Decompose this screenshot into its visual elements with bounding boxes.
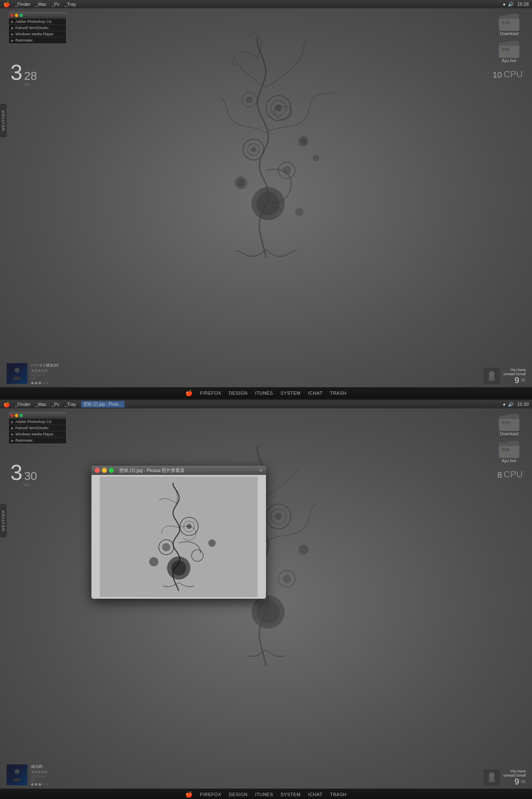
- widget-minimize1[interactable]: [15, 14, 18, 17]
- menubar-tray1[interactable]: _Tray: [64, 2, 76, 7]
- desktop-icon-download1[interactable]: Download: [495, 12, 524, 36]
- svg-rect-2: [502, 48, 505, 51]
- album-art-image2: [7, 765, 27, 785]
- music-title1: ハツコイ彼女(Hi: [31, 363, 89, 368]
- widget-item-fairsoft1[interactable]: ▶ Fairsoft WordStudio.: [9, 25, 66, 31]
- album-art2: [6, 764, 28, 786]
- widget-item-photoshop2[interactable]: ▶ Adobe Photoshop CS.: [9, 419, 66, 425]
- volume-icon2[interactable]: 🔊: [508, 402, 514, 407]
- menubar-pc2[interactable]: _Pc: [52, 402, 59, 407]
- music-dot1[interactable]: [31, 382, 34, 384]
- volume-icon1[interactable]: 🔊: [508, 2, 514, 7]
- dock-ichat2[interactable]: iChat: [308, 792, 323, 797]
- svg-point-31: [275, 513, 282, 520]
- dock-firefox2[interactable]: Firefox: [200, 792, 221, 797]
- widget-maximize2[interactable]: [20, 414, 23, 417]
- music-dot5[interactable]: [46, 382, 49, 384]
- gmail-envelope-icon2: ✉: [521, 778, 526, 785]
- menubar-pc1[interactable]: _Pc: [52, 2, 59, 7]
- picasa-tab-indicator[interactable]: 壁紙 (2).jpg - Picas...: [81, 401, 125, 408]
- clock-hour1: 3: [10, 61, 22, 83]
- music-dot9[interactable]: [42, 783, 45, 786]
- notification-area1: ● 🔊: [503, 2, 514, 7]
- dock-trash2[interactable]: Trash: [330, 792, 347, 797]
- menubar-mac2[interactable]: _Mac: [35, 402, 47, 407]
- widget-item-fairsoft2[interactable]: ▶ Fairsoft WordStudio.: [9, 425, 66, 431]
- download-icon-label1: Download: [500, 32, 518, 36]
- dock-apple1[interactable]: 🍎: [185, 390, 192, 396]
- music-dot8[interactable]: [39, 783, 41, 786]
- svg-rect-1: [506, 21, 509, 24]
- ayulive-icon-label2: Ayu live: [502, 459, 517, 463]
- widget-text-fairsoft1: Fairsoft WordStudio.: [15, 26, 49, 30]
- dock-design2[interactable]: Design: [229, 792, 247, 797]
- folder-icon-ayulive2: [498, 440, 520, 458]
- music-player2: 録与四 発売未発売 01:15/04:15 8音: [6, 764, 89, 786]
- widget-maximize1[interactable]: [20, 14, 23, 17]
- gmail-text2: You have unread Gmail 9 ✉: [503, 769, 526, 786]
- gmail-envelope-icon1: ✉: [521, 377, 526, 384]
- dock-system1[interactable]: System: [281, 391, 300, 396]
- weather-tab2[interactable]: WEATHER: [0, 504, 7, 537]
- music-dot3[interactable]: [39, 382, 41, 384]
- apple-menu2[interactable]: 🍎: [3, 401, 10, 408]
- dock-itunes2[interactable]: iTunes: [255, 792, 273, 797]
- widget-arrow2: ▶: [11, 26, 14, 30]
- music-dot7[interactable]: [35, 783, 37, 786]
- widget-arrow7: ▶: [11, 433, 14, 436]
- desktop-icon-ayulive2[interactable]: Ayu live: [495, 440, 524, 463]
- dock-design1[interactable]: Design: [229, 391, 247, 396]
- widget-close1[interactable]: [10, 14, 14, 17]
- dock-ichat1[interactable]: iChat: [308, 391, 323, 396]
- widget-arrow4: ▶: [11, 39, 14, 42]
- apple-menu1[interactable]: 🍎: [3, 1, 10, 7]
- clock-widget1: 3 28 PM: [10, 61, 37, 87]
- music-dot6[interactable]: [31, 783, 34, 786]
- dock-system2[interactable]: System: [281, 792, 300, 797]
- svg-point-39: [298, 545, 308, 555]
- picasa-minimize-btn[interactable]: [102, 468, 107, 473]
- widget-minimize2[interactable]: [15, 414, 18, 417]
- widget-item-wmplayer1[interactable]: ▶ Windows Media Player.: [9, 31, 66, 37]
- clock-hour2: 3: [10, 462, 22, 483]
- menubar-finder1[interactable]: _Finder: [15, 2, 30, 7]
- music-dot10[interactable]: [46, 783, 49, 786]
- widget-item-rainmeter1[interactable]: ▶ Rainmeter.: [9, 37, 66, 44]
- cpu-number2: 8: [497, 471, 502, 479]
- dock-apple2[interactable]: 🍎: [185, 791, 192, 798]
- gmail-unread-text1: You have: [503, 368, 526, 372]
- dock-firefox1[interactable]: Firefox: [200, 391, 221, 396]
- weather-tab1[interactable]: WEATHER: [0, 104, 7, 137]
- desktop-icon-ayulive1[interactable]: Ayu live: [495, 39, 524, 63]
- picasa-maximize-btn[interactable]: [109, 468, 114, 473]
- music-artist1: 発売未発売: [31, 369, 89, 373]
- folder-icon-ayulive1: [498, 39, 520, 58]
- desktop-icons2: Download Ayu live: [495, 413, 524, 463]
- widget-item-rainmeter2[interactable]: ▶ Rainmeter.: [9, 438, 66, 444]
- desktop-icon-download2[interactable]: Download: [495, 413, 524, 436]
- widget-text-wmplayer1: Windows Media Player.: [15, 32, 54, 36]
- menubar-finder2[interactable]: _Finder: [15, 402, 30, 407]
- widget-item-photoshop1[interactable]: ▶ Adobe Photoshop CS.: [9, 19, 66, 25]
- clock1: 15:28: [517, 2, 529, 7]
- menubar-tray2[interactable]: _Tray: [64, 402, 76, 407]
- menubar-mac1[interactable]: _Mac: [35, 2, 47, 7]
- widget-item-wmplayer2[interactable]: ▶ Windows Media Player.: [9, 431, 66, 438]
- widget-arrow6: ▶: [11, 426, 14, 430]
- dock-itunes1[interactable]: iTunes: [255, 391, 273, 396]
- picasa-close-btn[interactable]: [95, 468, 100, 473]
- picasa-image: [100, 477, 258, 597]
- svg-point-36: [283, 575, 291, 583]
- widget-close2[interactable]: [10, 414, 14, 417]
- svg-point-19: [295, 208, 303, 216]
- widget-arrow8: ▶: [11, 439, 14, 443]
- picasa-title-text: 壁紙 (2).jpg - Picasa 照片查看器: [119, 467, 257, 474]
- widget-text-photoshop2: Adobe Photoshop CS.: [15, 420, 52, 424]
- dock-trash1[interactable]: Trash: [330, 391, 347, 396]
- music-time2: 01:15/04:15: [31, 775, 89, 778]
- music-title2: 録与四: [31, 764, 89, 769]
- music-dot2[interactable]: [35, 382, 37, 384]
- cpu-number1: 10: [493, 71, 502, 79]
- picasa-close-x[interactable]: ×: [259, 467, 263, 474]
- music-dot4[interactable]: [42, 382, 45, 384]
